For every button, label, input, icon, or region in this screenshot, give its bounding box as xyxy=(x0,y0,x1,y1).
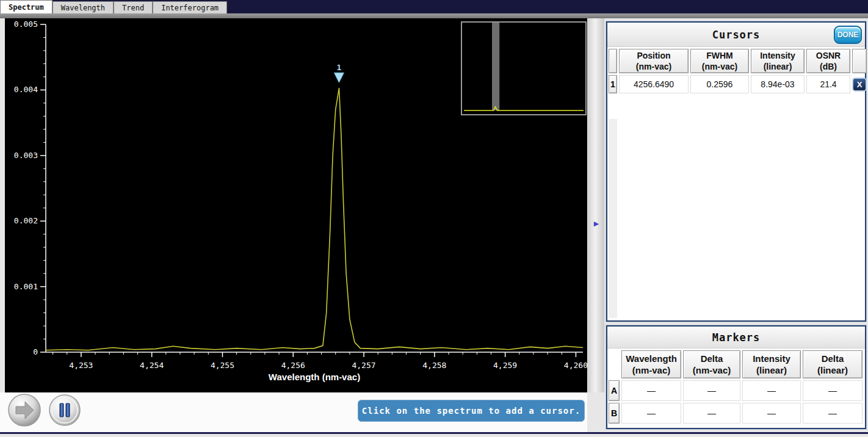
cursors-gutter-filler xyxy=(609,119,617,318)
cursors-header-intensity: Intensity (linear) xyxy=(751,49,805,73)
x-tick-label: 4,255 xyxy=(211,361,234,370)
cursor-marker-icon[interactable] xyxy=(334,73,344,82)
overview-inset[interactable] xyxy=(461,22,586,115)
header-line: Intensity xyxy=(753,353,790,364)
header-line: (linear) xyxy=(756,364,787,376)
chevron-right-icon[interactable]: ▶ xyxy=(592,218,601,228)
close-x-icon[interactable]: X xyxy=(852,78,867,92)
marker-row-id: B xyxy=(609,403,620,424)
spectrum-plot-area[interactable]: 00.0010.0020.0030.0040.0054,2534,2544,25… xyxy=(5,18,587,392)
header-line: (dB) xyxy=(820,61,837,72)
header-line: Delta xyxy=(701,353,723,364)
advance-button[interactable] xyxy=(7,393,42,427)
header-line: (nm-vac) xyxy=(702,61,737,72)
window-bottom-border xyxy=(0,432,868,434)
y-tick-label: 0.001 xyxy=(14,282,38,291)
header-line: (nm-vac) xyxy=(693,364,731,376)
pause-icon xyxy=(48,393,82,427)
markers-header-delta-linear: Delta (linear) xyxy=(803,350,863,378)
tab-wavelength[interactable]: Wavelength xyxy=(52,1,114,13)
marker-intensity-value: — xyxy=(742,380,801,401)
y-tick-label: 0.002 xyxy=(14,216,38,225)
header-line: FWHM xyxy=(706,50,733,61)
cursor-delete-cell: X xyxy=(852,75,867,93)
header-line: (nm-vac) xyxy=(636,61,671,72)
x-tick-label: 4,259 xyxy=(493,361,517,370)
cursors-header-fwhm: FWHM (nm-vac) xyxy=(690,49,749,73)
markers-header-intensity: Intensity (linear) xyxy=(742,350,801,378)
header-line: Wavelength xyxy=(626,353,677,364)
x-tick-label: 4,260 xyxy=(564,361,587,370)
panel-splitter-strip: ▶ xyxy=(588,18,604,392)
window-divider-band xyxy=(0,13,868,18)
y-tick-label: 0 xyxy=(33,347,38,356)
cursors-header-osnr: OSNR (dB) xyxy=(806,49,850,73)
cursor-row-id: 1 xyxy=(609,75,617,93)
marker-wavelength-value: — xyxy=(621,380,681,401)
header-line: (linear) xyxy=(817,364,848,376)
tab-interferogram[interactable]: Interferogram xyxy=(153,1,227,13)
cursor-marker-label: 1 xyxy=(336,63,341,72)
marker-row-id: A xyxy=(609,380,620,401)
x-axis-title: Wavelength (nm-vac) xyxy=(269,372,360,382)
bottom-control-bar: Click on the spectrum to add a cursor. xyxy=(0,392,587,432)
pause-button[interactable] xyxy=(48,393,82,427)
marker-wavelength-value: — xyxy=(621,403,681,424)
markers-title-bar: Markers xyxy=(607,327,865,349)
markers-header-wavelength: Wavelength (nm-vac) xyxy=(621,350,681,378)
header-line: Position xyxy=(637,50,670,61)
tab-trend[interactable]: Trend xyxy=(114,1,153,13)
spectrum-trace xyxy=(46,88,583,350)
x-tick-label: 4,254 xyxy=(140,361,164,370)
cursors-title-bar: Cursors DONE xyxy=(607,23,865,47)
header-line: OSNR xyxy=(816,50,841,61)
markers-header-gutter xyxy=(609,350,620,378)
x-tick-label: 4,256 xyxy=(281,361,305,370)
header-line: (nm-vac) xyxy=(632,364,671,376)
cursors-panel: Cursors DONE Position (nm-vac) FWHM (nm-… xyxy=(606,21,866,322)
cursors-header-gutter xyxy=(609,49,617,73)
cursor-intensity-value: 8.94e-03 xyxy=(751,75,805,93)
marker-delta-nm-value: — xyxy=(683,403,740,424)
spectrum-plot[interactable]: 00.0010.0020.0030.0040.0054,2534,2544,25… xyxy=(5,18,587,392)
x-tick-label: 4,258 xyxy=(422,361,446,370)
overview-view-window[interactable] xyxy=(492,23,499,110)
done-button[interactable]: DONE xyxy=(834,26,862,44)
x-tick-label: 4,253 xyxy=(69,361,93,370)
markers-header-delta-nm: Delta (nm-vac) xyxy=(683,350,740,378)
cursor-osnr-value: 21.4 xyxy=(806,75,850,93)
header-line: Delta xyxy=(822,353,844,364)
cursor-position-value: 4256.6490 xyxy=(619,75,689,93)
markers-table: Wavelength (nm-vac) Delta (nm-vac) Inten… xyxy=(607,349,865,424)
marker-delta-linear-value: — xyxy=(803,380,863,401)
markers-title: Markers xyxy=(712,331,761,344)
y-tick-label: 0.004 xyxy=(14,85,38,94)
cursors-header-position: Position (nm-vac) xyxy=(619,49,689,73)
marker-delta-linear-value: — xyxy=(803,403,863,424)
cursors-title: Cursors xyxy=(712,29,761,41)
tab-bar: Spectrum Wavelength Trend Interferogram xyxy=(0,0,868,13)
tab-spectrum[interactable]: Spectrum xyxy=(0,0,52,13)
status-message: Click on the spectrum to add a cursor. xyxy=(358,400,585,422)
arrow-right-icon xyxy=(7,393,42,427)
cursors-header-actions xyxy=(852,49,867,73)
marker-delta-nm-value: — xyxy=(683,380,740,401)
header-line: (linear) xyxy=(764,61,792,72)
marker-intensity-value: — xyxy=(742,403,801,424)
x-tick-label: 4,257 xyxy=(352,361,375,370)
y-tick-label: 0.003 xyxy=(14,151,38,160)
y-tick-label: 0.005 xyxy=(14,20,38,29)
cursors-table: Position (nm-vac) FWHM (nm-vac) Intensit… xyxy=(607,47,865,93)
markers-panel: Markers Wavelength (nm-vac) Delta (nm-va… xyxy=(606,325,866,429)
header-line: Intensity xyxy=(760,50,795,61)
cursor-fwhm-value: 0.2596 xyxy=(690,75,749,93)
